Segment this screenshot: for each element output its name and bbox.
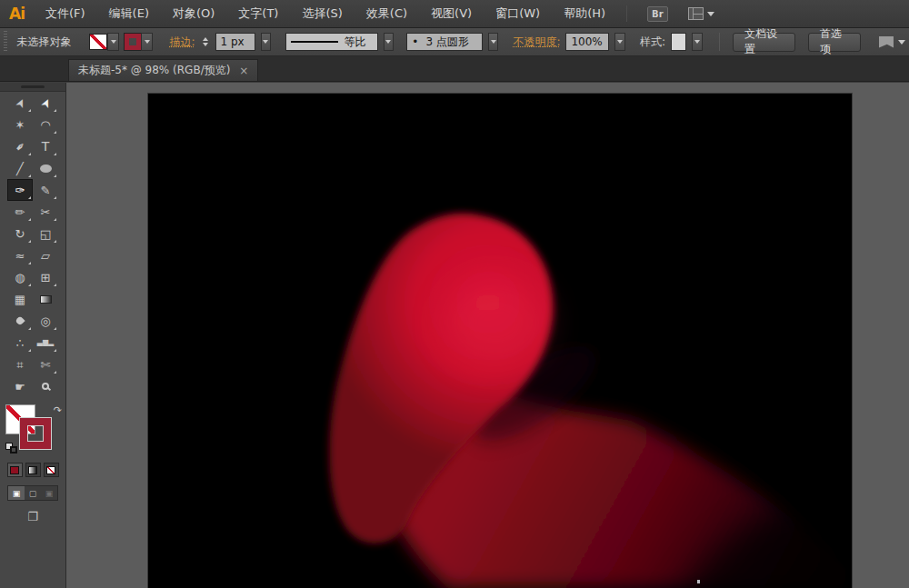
tool-pencil[interactable]: ✎ [33, 179, 58, 201]
width-profile-combo[interactable]: 等比 [285, 33, 377, 51]
style-label: 样式: [640, 35, 665, 50]
none-button[interactable] [44, 463, 59, 477]
blob-brush-icon: ✏ [15, 206, 25, 218]
fill-dropdown-button[interactable] [107, 33, 119, 51]
tool-magic-wand[interactable]: ✶ [7, 114, 33, 135]
tool-width[interactable]: ≈ [7, 244, 33, 266]
tool-selection[interactable]: ➤ [7, 92, 33, 114]
brush-definition-combo[interactable]: • 3 点圆形 [406, 33, 482, 51]
width-profile-dropdown-button[interactable] [384, 33, 395, 51]
tool-type[interactable]: T [33, 135, 58, 157]
tool-lasso[interactable]: ◠ [33, 114, 58, 135]
menu-select[interactable]: 选择(S) [290, 1, 354, 26]
menu-help[interactable]: 帮助(H) [552, 1, 617, 26]
default-fill-stroke-icon[interactable] [5, 443, 17, 453]
stroke-panel-link[interactable]: 描边: [169, 35, 195, 50]
opacity-panel-link[interactable]: 不透明度: [513, 35, 560, 50]
column-graph-icon: ▃▆▂ [37, 339, 54, 346]
gradient-button[interactable] [25, 463, 41, 477]
tool-blob-brush[interactable]: ✏ [7, 201, 33, 223]
stroke-dropdown-button[interactable] [141, 33, 153, 51]
gradient-icon [40, 295, 52, 304]
bridge-launch-button[interactable]: Br [647, 6, 668, 22]
color-button[interactable] [7, 463, 23, 477]
tool-pen[interactable]: ✒ [7, 135, 33, 157]
tool-shape-builder[interactable]: ◍ [7, 266, 33, 288]
lasso-icon: ◠ [40, 119, 50, 131]
document-setup-button[interactable]: 文档设置 [733, 33, 795, 52]
tool-ellipse[interactable] [33, 157, 58, 179]
menu-edit[interactable]: 编辑(E) [97, 1, 161, 26]
tool-slice[interactable]: ✄ [33, 354, 58, 375]
tool-gradient[interactable] [33, 288, 58, 310]
tool-hand[interactable]: ☛ [7, 375, 33, 397]
tool-perspective-grid[interactable]: ⊞ [33, 266, 58, 288]
panel-grip-handle[interactable] [4, 31, 7, 53]
tool-paintbrush-selected[interactable]: ✑ [7, 179, 33, 201]
stepper-down-icon[interactable] [203, 43, 208, 46]
menubar-divider [626, 5, 627, 22]
tool-free-transform[interactable]: ▱ [33, 244, 58, 266]
pasteboard[interactable] [66, 83, 909, 588]
magic-wand-icon: ✶ [15, 119, 25, 131]
tool-artboard[interactable]: ⌗ [7, 354, 33, 375]
fill-none-swatch-icon [89, 34, 107, 50]
menu-effect[interactable]: 效果(C) [355, 1, 419, 26]
brush-dropdown-button[interactable] [488, 33, 499, 51]
stroke-width-dropdown-button[interactable] [261, 33, 272, 51]
stroke-color-swatch-icon [125, 34, 141, 50]
menu-view[interactable]: 视图(V) [419, 1, 484, 26]
control-panel-menu[interactable] [879, 36, 905, 48]
drawing-mode-buttons: ▣ ▢ ▣ [7, 485, 58, 501]
draw-inside-button[interactable]: ▣ [41, 486, 57, 500]
workspace-switcher[interactable] [688, 7, 714, 20]
stroke-profile-preview-icon [291, 41, 338, 43]
tool-scissors[interactable]: ✂ [33, 201, 58, 223]
menu-window[interactable]: 窗口(W) [484, 1, 552, 26]
scale-icon: ◱ [40, 228, 51, 240]
preferences-button[interactable]: 首选项 [808, 33, 861, 52]
tool-column-graph[interactable]: ▃▆▂ [33, 332, 58, 354]
tools-panel-header[interactable] [0, 83, 65, 92]
tool-line-segment[interactable]: ╱ [7, 157, 33, 179]
fill-color-control[interactable] [89, 33, 119, 51]
tool-blend[interactable]: ◎ [33, 310, 58, 332]
tool-zoom[interactable] [33, 375, 58, 397]
stroke-width-field[interactable]: 1 px [215, 33, 255, 51]
scissors-icon: ✂ [41, 206, 51, 218]
menu-object[interactable]: 对象(O) [161, 1, 226, 26]
tool-scale[interactable]: ◱ [33, 223, 58, 244]
tool-rotate[interactable]: ↻ [7, 223, 33, 244]
tab-close-icon[interactable]: × [239, 65, 248, 77]
chevron-down-icon [385, 40, 391, 44]
draw-normal-button[interactable]: ▣ [8, 486, 25, 500]
tool-direct-selection[interactable]: ➤ [33, 92, 58, 114]
swap-fill-stroke-icon[interactable]: ↷ [54, 404, 62, 416]
tool-mesh[interactable]: ▦ [7, 288, 33, 310]
draw-behind-button[interactable]: ▢ [25, 486, 41, 500]
artboard-canvas[interactable] [148, 94, 852, 588]
opacity-field[interactable]: 100% [565, 33, 609, 51]
tool-eyedropper[interactable] [7, 310, 33, 332]
menu-file[interactable]: 文件(F) [34, 1, 97, 26]
menu-bar: Ai 文件(F) 编辑(E) 对象(O) 文字(T) 选择(S) 效果(C) 视… [0, 0, 909, 28]
menu-type[interactable]: 文字(T) [226, 1, 290, 26]
width-profile-label: 等比 [344, 35, 365, 50]
stroke-swatch-active[interactable] [20, 418, 51, 449]
document-tab[interactable]: 未标题-5* @ 98% (RGB/预览) × [68, 59, 258, 81]
stepper-up-icon[interactable] [203, 37, 208, 41]
tools-panel: ➤ ➤ ✶ ◠ ✒ T ╱ ✑ ✎ ✏ ✂ ↻ ◱ ≈ ▱ ◍ ⊞ ▦ ◎ ∴ … [0, 83, 66, 588]
change-screen-mode-button[interactable]: ❐ [27, 510, 38, 523]
style-dropdown-button[interactable] [692, 33, 703, 51]
stroke-width-stepper[interactable] [201, 37, 210, 46]
tool-grid: ➤ ➤ ✶ ◠ ✒ T ╱ ✑ ✎ ✏ ✂ ↻ ◱ ≈ ▱ ◍ ⊞ ▦ ◎ ∴ … [7, 92, 58, 397]
stroke-color-control[interactable] [125, 33, 153, 51]
symbol-sprayer-icon: ∴ [16, 337, 24, 349]
style-swatch-button[interactable] [671, 33, 686, 51]
chevron-down-icon [145, 40, 150, 44]
chevron-down-icon [491, 40, 496, 44]
document-tab-bar: 未标题-5* @ 98% (RGB/预览) × [0, 56, 909, 82]
opacity-dropdown-button[interactable] [614, 33, 625, 51]
mini-stroke-icon [10, 446, 17, 453]
tool-symbol-sprayer[interactable]: ∴ [7, 332, 33, 354]
